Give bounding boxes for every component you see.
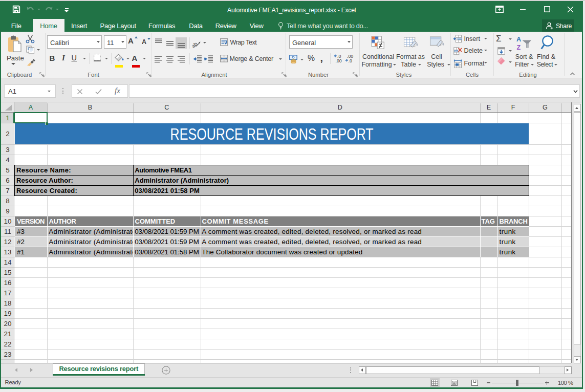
- svg-text:Z: Z: [517, 44, 521, 50]
- svg-text:.0: .0: [348, 58, 352, 62]
- svg-text:.00: .00: [335, 58, 341, 62]
- svg-text:ab: ab: [192, 40, 199, 48]
- svg-text:A: A: [516, 35, 521, 42]
